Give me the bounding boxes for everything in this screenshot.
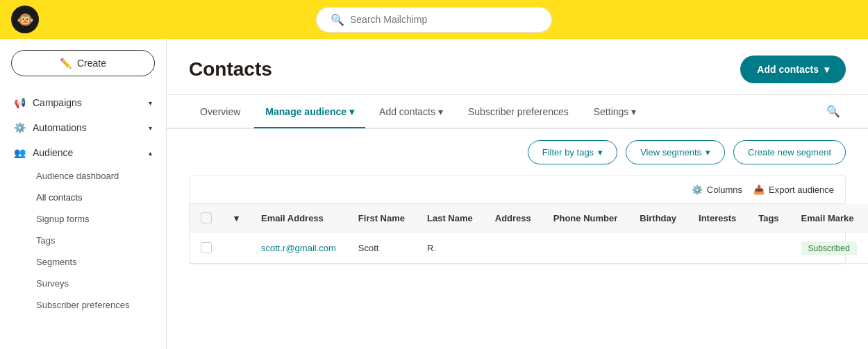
th-interests: Interests	[687, 204, 747, 232]
sidebar-item-automations[interactable]: ⚙️ Automations ▾	[0, 115, 166, 140]
filter-tags-label: Filter by tags	[542, 147, 594, 158]
view-segments-label: View segments	[640, 147, 701, 158]
search-bar[interactable]: 🔍	[316, 7, 552, 33]
row-address	[484, 232, 542, 264]
row-interests	[687, 232, 747, 264]
chevron-down-icon: ▾	[149, 124, 152, 132]
select-all-checkbox[interactable]	[201, 212, 212, 223]
th-address: Address	[484, 204, 542, 232]
sidebar-item-label: Automations	[33, 122, 87, 133]
mailchimp-logo: 🐵	[11, 6, 39, 33]
pencil-icon: ✏️	[60, 58, 72, 69]
sidebar: ✏️ Create 📢 Campaigns ▾ ⚙️ Automations ▾…	[0, 39, 167, 349]
row-birthday	[628, 232, 687, 264]
sidebar-sub-all-contacts[interactable]: All contacts	[0, 187, 166, 208]
top-bar: 🐵 🔍	[0, 0, 868, 39]
contacts-table-area: ⚙️ Columns 📥 Export audience ▾	[189, 176, 846, 264]
th-email-marketing: Email Marke	[790, 204, 868, 232]
gear-icon: ⚙️	[692, 185, 703, 195]
th-last-name: Last Name	[416, 204, 484, 232]
chevron-down-icon: ▾	[598, 147, 603, 158]
status-badge: Subscribed	[801, 241, 857, 255]
chevron-down-icon: ▾	[631, 106, 636, 117]
chevron-up-icon: ▴	[149, 149, 152, 157]
search-input[interactable]	[350, 14, 537, 25]
automations-icon: ⚙️	[14, 122, 26, 133]
sidebar-sub-audience-dashboard[interactable]: Audience dashboard	[0, 165, 166, 187]
create-button[interactable]: ✏️ Create	[11, 50, 155, 76]
chevron-down-icon: ▾	[149, 99, 152, 107]
row-last-name: R.	[416, 232, 484, 264]
page-header: Contacts Add contacts ▾	[167, 39, 868, 95]
row-tags	[747, 232, 790, 264]
search-icon: 🔍	[331, 13, 344, 26]
columns-label: Columns	[707, 185, 742, 195]
add-contacts-button[interactable]: Add contacts ▾	[740, 56, 846, 83]
layout: ✏️ Create 📢 Campaigns ▾ ⚙️ Automations ▾…	[0, 39, 868, 349]
contacts-table: ▾ Email Address First Name Last Name Add	[190, 204, 868, 264]
search-tab-icon[interactable]: 🔍	[821, 95, 846, 128]
row-select-checkbox[interactable]	[201, 242, 212, 253]
chevron-down-icon: ▾	[438, 106, 443, 117]
search-icon: 🔍	[826, 105, 840, 117]
th-birthday: Birthday	[628, 204, 687, 232]
table-toolbar: ⚙️ Columns 📥 Export audience	[190, 176, 845, 204]
th-phone-number: Phone Number	[542, 204, 628, 232]
chevron-down-icon: ▾	[824, 64, 829, 75]
row-first-name: Scott	[347, 232, 416, 264]
segment-toolbar: Filter by tags ▾ View segments ▾ Create …	[167, 129, 868, 176]
sidebar-item-label: Audience	[33, 147, 73, 158]
sidebar-item-audience[interactable]: 👥 Audience ▴	[0, 140, 166, 165]
row-expand	[223, 232, 250, 264]
sidebar-item-label: Campaigns	[33, 97, 82, 108]
export-icon: 📥	[753, 185, 765, 195]
sidebar-sub-segments[interactable]: Segments	[0, 251, 166, 273]
chevron-down-icon: ▾	[349, 106, 354, 117]
tab-subscriber-preferences[interactable]: Subscriber preferences	[457, 96, 580, 128]
logo[interactable]: 🐵	[11, 6, 39, 33]
table-header-row: ▾ Email Address First Name Last Name Add	[190, 204, 868, 232]
create-label: Create	[77, 58, 106, 69]
columns-button[interactable]: ⚙️ Columns	[692, 185, 742, 195]
th-tags: Tags	[747, 204, 790, 232]
row-status: Subscribed	[790, 232, 868, 264]
row-checkbox	[190, 232, 223, 264]
page-title: Contacts	[189, 58, 272, 80]
tab-manage-audience[interactable]: Manage audience ▾	[254, 96, 365, 128]
sidebar-sub-tags[interactable]: Tags	[0, 230, 166, 251]
tab-add-contacts[interactable]: Add contacts ▾	[368, 96, 454, 128]
filter-by-tags-button[interactable]: Filter by tags ▾	[528, 140, 617, 164]
tab-settings[interactable]: Settings ▾	[583, 96, 648, 128]
table-row: scott.r@gmail.com Scott R. Subscribed	[190, 232, 868, 264]
campaigns-icon: 📢	[14, 97, 26, 108]
th-checkbox	[190, 204, 223, 232]
email-link[interactable]: scott.r@gmail.com	[261, 243, 336, 253]
sidebar-sub-signup-forms[interactable]: Signup forms	[0, 208, 166, 230]
audience-icon: 👥	[14, 147, 26, 158]
th-email: Email Address	[250, 204, 347, 232]
export-audience-label: Export audience	[769, 185, 834, 195]
main-content: Contacts Add contacts ▾ Overview Manage …	[167, 39, 868, 349]
view-segments-button[interactable]: View segments ▾	[626, 140, 725, 164]
th-first-name: First Name	[347, 204, 416, 232]
row-email[interactable]: scott.r@gmail.com	[250, 232, 347, 264]
sidebar-sub-surveys[interactable]: Surveys	[0, 273, 166, 294]
tab-overview[interactable]: Overview	[189, 96, 251, 128]
nav-tabs: Overview Manage audience ▾ Add contacts …	[167, 95, 868, 129]
create-new-segment-button[interactable]: Create new segment	[733, 140, 846, 164]
row-phone	[542, 232, 628, 264]
export-audience-button[interactable]: 📥 Export audience	[753, 185, 834, 195]
add-contacts-label: Add contacts	[757, 64, 819, 75]
th-expand: ▾	[223, 204, 250, 232]
sidebar-item-campaigns[interactable]: 📢 Campaigns ▾	[0, 90, 166, 115]
chevron-down-icon[interactable]: ▾	[234, 213, 239, 223]
sidebar-sub-subscriber-preferences[interactable]: Subscriber preferences	[0, 294, 166, 316]
chevron-down-icon: ▾	[706, 147, 710, 158]
create-new-segment-label: Create new segment	[748, 147, 831, 158]
